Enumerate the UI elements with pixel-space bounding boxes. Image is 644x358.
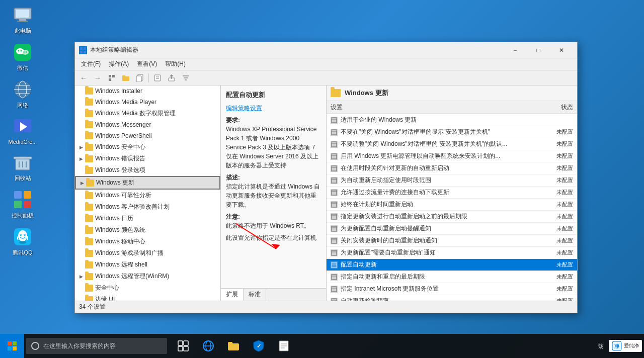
tree-item-windows-reliability[interactable]: Windows 可靠性分析: [75, 190, 220, 201]
setting-item-7[interactable]: 始终在计划的时间重新启动 未配置: [327, 199, 577, 211]
forward-button[interactable]: →: [91, 72, 104, 83]
tree-item-windows-security[interactable]: ▶ Windows 安全中心: [75, 141, 220, 153]
setting-icon: [331, 213, 338, 220]
expander: [77, 284, 85, 292]
folder-icon: [85, 132, 93, 139]
taskbar-app-notepad[interactable]: [272, 334, 296, 358]
tree-item-windows-mobile[interactable]: Windows 移动中心: [75, 236, 220, 247]
tab-expand[interactable]: 扩展: [221, 289, 244, 301]
folder-icon: [85, 110, 93, 117]
tree-item-windows-customer[interactable]: Windows 客户体验改善计划: [75, 201, 220, 213]
setting-item-9[interactable]: 为更新配置自动重新启动提醒通知 未配置: [327, 223, 577, 235]
taskbar-notification[interactable]: 荡: [595, 342, 607, 350]
setting-item-1[interactable]: 不要在"关闭 Windows"对话框里的显示"安装更新并关机" 未配置: [327, 126, 577, 138]
setting-item-2[interactable]: 不要调整"关闭 Windows"对话框里的"安装更新并关机"的默认... 未配置: [327, 138, 577, 150]
setting-item-12[interactable]: 配置自动更新 未配置: [327, 259, 577, 271]
tree-item-windows-login[interactable]: Windows 登录选项: [75, 164, 220, 176]
svg-rect-80: [332, 262, 337, 267]
content-area: Windows Installer Windows Media Player W…: [75, 85, 577, 301]
setting-item-11[interactable]: 为更新配置"需要自动重新启动"通知 未配置: [327, 247, 577, 259]
folder-icon: [85, 192, 93, 199]
setting-item-6[interactable]: 允许通过按流量计费的连接自动下载更新 未配置: [327, 187, 577, 199]
up-button[interactable]: [105, 72, 118, 83]
menu-action[interactable]: 操作(A): [105, 58, 133, 70]
edit-link[interactable]: 编辑策略设置: [226, 105, 262, 112]
desktop-icon-network[interactable]: 网络: [5, 79, 40, 109]
folder-icon: [85, 99, 93, 106]
desktop-icon-qq[interactable]: 腾讯QQ: [5, 227, 40, 256]
tree-item-windows-error[interactable]: ▶ Windows 错误报告: [75, 153, 220, 164]
svg-rect-93: [184, 341, 188, 345]
setting-item-4[interactable]: 在使用时段关闭针对更新的自动重新启动 未配置: [327, 162, 577, 174]
toolbar-folder[interactable]: [119, 72, 132, 83]
desktop-icon-control[interactable]: 控制面板: [5, 190, 40, 219]
setting-item-13[interactable]: 指定自动更新和重启的最后期限 未配置: [327, 271, 577, 283]
taskbar: 在这里输入你要搜索的内容: [0, 334, 644, 358]
folder-icon: [85, 121, 93, 128]
folder-icon: [85, 285, 93, 292]
expander: ▶: [77, 143, 85, 151]
folder-icon: [85, 215, 93, 222]
menu-help[interactable]: 帮助(H): [161, 58, 190, 70]
tree-item-windows-game[interactable]: Windows 游戏录制和广播: [75, 247, 220, 259]
desktop-icon-wechat[interactable]: 微信: [5, 42, 40, 72]
minimize-button[interactable]: −: [504, 42, 527, 58]
tree-item-windows-color[interactable]: Windows 颜色系统: [75, 224, 220, 236]
setting-item-0[interactable]: 适用于企业的 Windows 更新: [327, 114, 577, 126]
setting-icon: [331, 274, 338, 281]
setting-item-3[interactable]: 启用 Windows 更新电源管理以自动唤醒系统来安装计划的... 未配置: [327, 150, 577, 162]
start-button[interactable]: [0, 334, 24, 358]
toolbar-filter[interactable]: [179, 72, 192, 83]
expander: [77, 110, 85, 118]
setting-item-15[interactable]: 自动更新检测频率 未配置: [327, 295, 577, 301]
taskbar-right: 荡 净 爱纯净: [595, 340, 644, 352]
tree-item-edge-ui[interactable]: 边缘 UI: [75, 294, 220, 301]
taskbar-app-folder[interactable]: [221, 334, 246, 358]
setting-item-14[interactable]: 指定 Intranet Microsoft 更新服务位置 未配置: [327, 283, 577, 295]
tree-item-windows-calendar[interactable]: Windows 日历: [75, 213, 220, 224]
svg-rect-45: [136, 76, 141, 82]
svg-rect-70: [332, 202, 337, 207]
svg-point-8: [21, 50, 22, 52]
menu-file[interactable]: 文件(F): [77, 58, 105, 70]
tree-item-windows-update[interactable]: ▶ Windows 更新: [75, 176, 220, 190]
tab-standard[interactable]: 标准: [244, 289, 266, 301]
back-button[interactable]: ←: [77, 72, 90, 83]
svg-rect-76: [332, 238, 337, 243]
svg-rect-56: [332, 118, 337, 123]
svg-rect-66: [332, 178, 337, 183]
tree-item-security-center[interactable]: 安全中心: [75, 282, 220, 294]
toolbar-copy[interactable]: [133, 72, 146, 83]
setting-item-5[interactable]: 为自动重新启动指定使用时段范围 未配置: [327, 174, 577, 187]
close-button[interactable]: ✕: [550, 42, 573, 58]
setting-item-10[interactable]: 关闭安装更新时的自动重新启动通知 未配置: [327, 235, 577, 247]
tree-item-windows-media-player[interactable]: Windows Media Player: [75, 97, 220, 108]
tree-item-windows-installer[interactable]: Windows Installer: [75, 85, 220, 97]
desktop-icon-recycle[interactable]: 回收站: [5, 152, 40, 182]
toolbar-properties[interactable]: [151, 72, 164, 83]
tree-item-windows-powershell[interactable]: Windows PowerShell: [75, 130, 220, 141]
desktop-icon-mediacre[interactable]: MediaCre...: [5, 117, 40, 145]
menu-view[interactable]: 查看(V): [133, 58, 161, 70]
svg-rect-25: [24, 191, 31, 199]
tree-item-windows-media-drm[interactable]: Windows Media 数字权限管理: [75, 108, 220, 119]
svg-rect-26: [14, 201, 22, 208]
taskbar-app-shield[interactable]: ✓: [247, 334, 271, 358]
maximize-button[interactable]: □: [527, 42, 550, 58]
expander: [77, 166, 85, 174]
folder-icon: [85, 204, 93, 211]
tree-item-windows-remote-shell[interactable]: Windows 远程 shell: [75, 259, 220, 271]
taskbar-app-taskview[interactable]: [171, 334, 195, 358]
setting-item-8[interactable]: 指定更新安装进行自动重新启动之前的最后期限 未配置: [327, 211, 577, 223]
desktop-icon-pc[interactable]: 此电脑: [5, 5, 40, 35]
tree-item-windows-remote-mgmt[interactable]: ▶ Windows 远程管理(WinRM): [75, 271, 220, 282]
svg-rect-40: [109, 78, 111, 81]
tree-panel[interactable]: Windows Installer Windows Media Player W…: [75, 85, 221, 301]
svg-text:净: 净: [614, 343, 620, 349]
search-bar[interactable]: 在这里输入你要搜索的内容: [26, 338, 167, 354]
taskbar-app-ie[interactable]: [196, 334, 220, 358]
svg-rect-64: [332, 166, 337, 171]
tree-item-windows-messenger[interactable]: Windows Messenger: [75, 119, 220, 130]
expander: [77, 98, 85, 106]
toolbar-export[interactable]: [165, 72, 178, 83]
